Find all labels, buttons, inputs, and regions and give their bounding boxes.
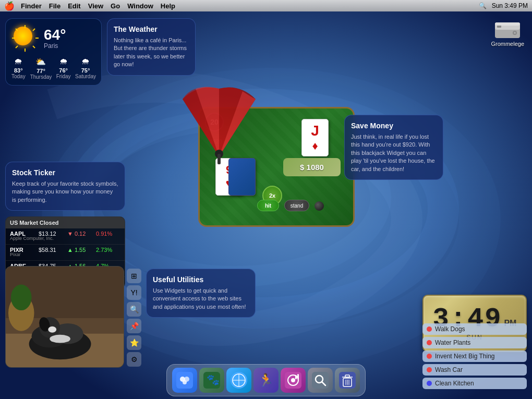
dock-spotlight[interactable] (308, 368, 333, 393)
svg-point-9 (514, 32, 516, 34)
todo-label: Clean Kitchen (435, 380, 474, 387)
weather-day-thursday: ⛅ 77° Thursday (30, 57, 52, 80)
roulette-ball (315, 201, 324, 211)
dock-itunes[interactable] (281, 368, 306, 393)
svg-line-15 (33, 46, 35, 48)
stock-market-header: US Market Closed (6, 217, 125, 228)
svg-point-28 (48, 327, 56, 333)
save-money-text: Just think, in real life if you lost thi… (351, 133, 437, 173)
menubar-go[interactable]: Go (111, 2, 120, 10)
stand-button[interactable]: stand (284, 200, 309, 211)
todo-widget: Walk Dogs Water Plants Invent Next Big T… (422, 323, 527, 391)
harddrive-image (494, 18, 521, 39)
list-item[interactable]: Invent Next Big Thing (422, 350, 527, 362)
list-item[interactable]: Clean Kitchen (422, 378, 527, 389)
svg-point-46 (291, 378, 295, 382)
menubar-help[interactable]: Help (161, 2, 175, 10)
todo-label: Wash Car (435, 366, 463, 373)
menubar-window[interactable]: Window (127, 2, 153, 10)
list-item[interactable]: Walk Dogs (422, 323, 527, 335)
dock: 🐾 🏃 (166, 364, 366, 396)
svg-line-14 (16, 29, 18, 31)
decorative-fan (177, 83, 256, 162)
apple-menu[interactable]: 🍎 (4, 1, 15, 11)
weather-info-title: The Weather (114, 25, 189, 33)
svg-point-22 (11, 285, 32, 311)
widget-icon-settings[interactable]: ⚙ (127, 352, 141, 367)
widget-icon-search[interactable]: 🔍 (127, 302, 141, 317)
widget-icon-yahoo[interactable]: Y! (127, 285, 141, 300)
utilities-widget: Useful Utilities Use Widgets to get quic… (146, 269, 256, 318)
menubar-time: Sun 3:49 PM (492, 2, 528, 9)
todo-label: Invent Next Big Thing (435, 353, 495, 360)
table-row: AAPL $13.12 ▼ 0.12 0.91% Apple Computer,… (6, 228, 125, 245)
todo-dot-icon (427, 354, 432, 359)
weather-day-friday: 🌧 76° Friday (56, 57, 71, 80)
widget-icons-panel: ⊞ Y! 🔍 📌 ⭐ ⚙ (127, 269, 145, 367)
dog-photo (6, 266, 124, 368)
widget-icon-pin[interactable]: 📌 (127, 319, 141, 333)
weather-info-text: Nothing like a café in Paris... But ther… (114, 37, 189, 69)
svg-rect-7 (495, 22, 520, 26)
list-item[interactable]: Wash Car (422, 364, 527, 376)
dock-safari[interactable] (226, 368, 251, 393)
photo-content (6, 267, 124, 367)
svg-rect-48 (297, 374, 299, 379)
harddrive-label: Grommelege (491, 41, 524, 47)
stock-ticker-widget: Stock Ticker Keep track of your favorite… (5, 162, 125, 211)
menubar: 🍎 Finder File Edit View Go Window Help 🔍… (0, 0, 532, 11)
stock-ticker-text: Keep track of your favorite stock symbol… (12, 180, 118, 204)
dock-dashboard[interactable]: 🐾 (199, 368, 224, 393)
dealer-card-jack: J ♦ (301, 119, 329, 156)
menubar-right: 🔍 Sun 3:49 PM (479, 2, 528, 9)
harddrive-icon[interactable]: Grommelege (491, 18, 524, 47)
save-money-title: Save Money (351, 122, 437, 130)
svg-text:🐾: 🐾 (207, 373, 220, 386)
menubar-edit[interactable]: Edit (68, 2, 81, 10)
weather-city: Paris (44, 42, 66, 50)
hit-button[interactable]: hit (257, 200, 279, 211)
weather-day-saturday: 🌧 75° Saturday (75, 57, 96, 80)
todo-label: Water Plants (435, 339, 470, 346)
photo-widget (5, 266, 124, 368)
save-money-widget: Save Money Just think, in real life if y… (344, 115, 443, 180)
todo-dot-icon (427, 340, 432, 345)
weather-widget: 64° Paris 🌧 83° Today ⛅ 77° Thursday 🌧 7… (5, 18, 102, 86)
widget-icon-star[interactable]: ⭐ (127, 335, 141, 350)
winnings-display: $ 1080 (283, 158, 341, 176)
weather-temp-main: 64° (44, 28, 66, 42)
list-item[interactable]: Water Plants (422, 337, 527, 348)
utilities-title: Useful Utilities (153, 275, 249, 284)
menubar-finder[interactable]: Finder (21, 2, 42, 10)
svg-rect-49 (312, 372, 329, 389)
menubar-file[interactable]: File (49, 2, 61, 10)
widget-icon-grid[interactable]: ⊞ (127, 269, 141, 283)
menubar-search-icon[interactable]: 🔍 (479, 2, 487, 9)
weather-info-widget: The Weather Nothing like a café in Paris… (107, 18, 196, 76)
stock-ticker-title: Stock Ticker (12, 168, 118, 177)
dock-trash[interactable] (335, 368, 360, 393)
todo-label: Walk Dogs (435, 325, 465, 333)
todo-dot-icon (427, 367, 432, 372)
svg-line-16 (33, 29, 35, 31)
weather-sun-icon (11, 24, 40, 53)
menubar-view[interactable]: View (88, 2, 103, 10)
svg-point-35 (183, 380, 187, 384)
utilities-text: Use Widgets to get quick and convenient … (153, 287, 249, 311)
svg-line-17 (16, 46, 18, 48)
svg-rect-47 (295, 375, 297, 379)
weather-day-today: 🌧 83° Today (11, 57, 26, 80)
dock-runner[interactable]: 🏃 (253, 368, 279, 393)
svg-point-29 (50, 335, 70, 343)
todo-dot-icon (427, 327, 432, 332)
dock-finder[interactable] (172, 368, 197, 393)
todo-dot-icon (427, 381, 432, 386)
table-row: PIXR $58.31 ▲ 1.55 2.73% Pixar (6, 245, 125, 261)
svg-rect-31 (217, 154, 221, 164)
